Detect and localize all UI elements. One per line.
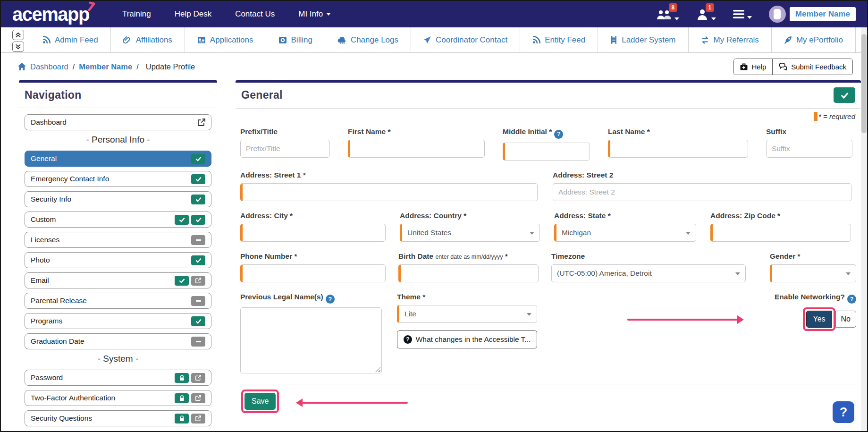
- save-button[interactable]: Save: [244, 393, 276, 410]
- check-badge: [175, 215, 189, 225]
- tab-admin-feed[interactable]: Admin Feed: [30, 27, 110, 52]
- accessible-theme-info-button[interactable]: ? What changes in the Accessible T...: [397, 330, 537, 348]
- tab-affiliations[interactable]: Affiliations: [110, 27, 185, 52]
- form-complete-button[interactable]: [834, 87, 855, 103]
- page-action-buttons: Help Submit Feedback: [733, 59, 853, 75]
- country-label: Address: Country *: [400, 212, 540, 220]
- city-label: Address: City *: [240, 212, 386, 220]
- last-name-input[interactable]: [608, 140, 748, 158]
- tab-ladder-system[interactable]: Ladder System: [598, 27, 688, 52]
- country-select[interactable]: United States: [400, 224, 540, 242]
- middle-initial-input[interactable]: [503, 143, 590, 161]
- annotation-highlight-box: Save: [241, 390, 279, 413]
- external-link-badge: [191, 373, 205, 383]
- repeat-icon: [701, 36, 709, 44]
- zip-label: Address: Zip Code *: [710, 212, 851, 220]
- help-widget-button[interactable]: ?: [833, 401, 854, 423]
- community-menu-button[interactable]: 8: [657, 8, 679, 20]
- scrollbar-thumb[interactable]: [861, 34, 867, 133]
- page-scrollbar[interactable]: [861, 27, 867, 431]
- check-badge: [191, 174, 205, 184]
- prefix-label: Prefix/Title: [240, 127, 330, 136]
- tab-my-eportfolio[interactable]: My ePortfolio: [771, 27, 855, 52]
- main-menu-button[interactable]: [733, 9, 752, 19]
- street2-input[interactable]: [553, 183, 851, 201]
- sidebar-item-two-factor-authentication[interactable]: Two-Factor Authentication: [25, 390, 211, 406]
- id-card-icon: [197, 36, 206, 44]
- sidebar-item-general[interactable]: General: [25, 151, 211, 167]
- sidebar-item-licenses[interactable]: Licenses: [25, 232, 211, 248]
- birth-date-input[interactable]: [398, 264, 539, 282]
- annotation-arrow-save: [302, 402, 408, 404]
- check-icon: [841, 92, 849, 99]
- city-input[interactable]: [240, 224, 386, 242]
- first-name-input[interactable]: [348, 140, 485, 158]
- nav-link-help-desk[interactable]: Help Desk: [175, 9, 211, 19]
- zip-input[interactable]: [710, 224, 851, 242]
- help-circle-icon[interactable]: ?: [554, 130, 563, 139]
- gender-label: Gender *: [770, 252, 856, 261]
- tab-change-logs[interactable]: Change Logs: [325, 27, 411, 52]
- breadcrumb-member-link[interactable]: Member Name: [79, 62, 132, 71]
- sidebar-item-dashboard[interactable]: Dashboard: [25, 114, 211, 130]
- resize-grip[interactable]: [375, 367, 380, 372]
- paperclip-icon: [123, 36, 132, 44]
- app-window: acemapp Training Help Desk Contact Us MI…: [0, 0, 868, 432]
- sidebar-item-security-info[interactable]: Security Info: [25, 191, 211, 207]
- sidebar-item-password[interactable]: Password: [25, 370, 211, 386]
- external-link-badge: [191, 393, 205, 403]
- check-badge: [175, 276, 189, 286]
- networking-yes-button[interactable]: Yes: [806, 311, 832, 328]
- sidebar-item-programs[interactable]: Programs: [25, 313, 211, 329]
- tab-entity-feed[interactable]: Entity Feed: [520, 27, 598, 52]
- form-header: General: [236, 83, 861, 109]
- lock-badge: [175, 393, 189, 403]
- avatar[interactable]: [769, 6, 786, 23]
- street2-label: Address: Street 2: [553, 171, 851, 179]
- profile-menu-button[interactable]: 1: [696, 8, 716, 20]
- check-badge: [191, 215, 205, 225]
- collapse-down-button[interactable]: [12, 42, 24, 52]
- street1-input[interactable]: [240, 183, 538, 201]
- previous-legal-textarea[interactable]: [240, 307, 382, 373]
- tab-coordinator-contact[interactable]: Coordinator Contact: [411, 27, 520, 52]
- networking-no-button[interactable]: No: [835, 311, 856, 328]
- annotation-arrow-networking: [627, 319, 738, 321]
- breadcrumb-dashboard-link[interactable]: Dashboard: [30, 62, 68, 71]
- suffix-input[interactable]: [766, 140, 852, 158]
- tab-my-referrals[interactable]: My Referrals: [688, 27, 771, 52]
- check-badge: [191, 255, 205, 265]
- sidebar-item-email[interactable]: Email: [25, 272, 211, 288]
- tab-billing[interactable]: Billing: [266, 27, 325, 52]
- ladder-icon: [610, 36, 617, 44]
- sidebar-item-custom[interactable]: Custom: [25, 212, 211, 228]
- acemapp-logo[interactable]: acemapp: [12, 5, 89, 24]
- nav-link-mi-info[interactable]: MI Info: [298, 9, 331, 19]
- sidebar-item-parental-release[interactable]: Parental Release: [25, 293, 211, 309]
- sidebar-item-photo[interactable]: Photo: [25, 252, 211, 268]
- prefix-input[interactable]: [240, 140, 330, 158]
- breadcrumb-row: Dashboard / Member Name / Update Profile…: [1, 53, 867, 80]
- submit-feedback-button[interactable]: Submit Feedback: [772, 59, 852, 75]
- phone-input[interactable]: [240, 264, 386, 282]
- tab-applications[interactable]: Applications: [185, 27, 266, 52]
- member-name[interactable]: Member Name: [790, 7, 856, 21]
- breadcrumb-current: Update Profile: [146, 62, 195, 71]
- middle-initial-label: Middle Initial *?: [503, 127, 590, 139]
- sidebar-item-security-questions[interactable]: Security Questions: [25, 410, 211, 426]
- sidebar-item-graduation-date[interactable]: Graduation Date: [25, 333, 211, 349]
- double-chevron-up-icon: [15, 32, 21, 38]
- help-circle-icon[interactable]: ?: [326, 295, 335, 304]
- chevron-down-icon: [711, 17, 716, 20]
- timezone-select[interactable]: (UTC-05:00) America, Detroit: [551, 264, 746, 282]
- collapse-up-button[interactable]: [12, 30, 24, 40]
- sidebar-item-emergency-contact-info[interactable]: Emergency Contact Info: [25, 171, 211, 187]
- gender-select[interactable]: [770, 264, 856, 282]
- help-circle-icon[interactable]: ?: [847, 295, 856, 304]
- theme-select[interactable]: Lite: [397, 305, 537, 323]
- nav-link-training[interactable]: Training: [122, 9, 151, 19]
- nav-link-contact-us[interactable]: Contact Us: [235, 9, 275, 19]
- state-select[interactable]: Michigan: [554, 224, 696, 242]
- help-button[interactable]: Help: [734, 59, 772, 75]
- birth-date-label: Birth Date enter date as mm/dd/yyyy *: [398, 252, 539, 261]
